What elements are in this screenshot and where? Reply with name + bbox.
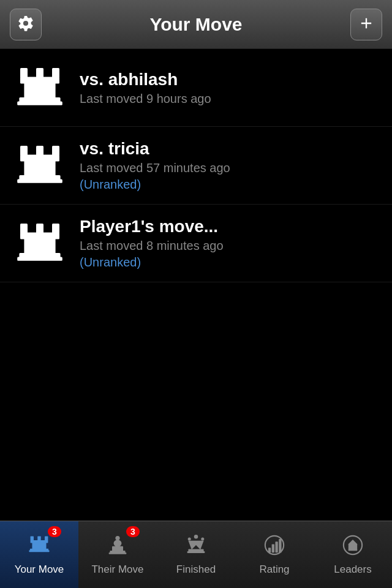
- game-subtitle-3: Last moved 8 minutes ago: [80, 239, 224, 253]
- svg-point-29: [114, 540, 122, 547]
- finished-label: Finished: [176, 564, 216, 576]
- svg-rect-17: [20, 232, 59, 239]
- leaders-label: Leaders: [334, 564, 371, 576]
- svg-point-35: [201, 537, 204, 540]
- svg-rect-6: [17, 101, 62, 105]
- rating-label: Rating: [259, 564, 289, 576]
- svg-rect-25: [32, 542, 46, 549]
- game-item-3[interactable]: Player1's move... Last moved 8 minutes a…: [0, 205, 392, 282]
- svg-rect-2: [52, 68, 59, 78]
- game-info-1: vs. abhilash Last moved 9 hours ago: [80, 70, 211, 106]
- rook-icon-3: [12, 216, 67, 271]
- svg-rect-23: [45, 536, 48, 540]
- game-subtitle-2: Last moved 57 minutes ago: [80, 161, 230, 175]
- game-item-2[interactable]: vs. tricia Last moved 57 minutes ago (Un…: [0, 127, 392, 205]
- tab-bar: 3 Your Move 3: [0, 521, 392, 588]
- svg-rect-0: [20, 68, 28, 78]
- game-item-1[interactable]: vs. abhilash Last moved 9 hours ago: [0, 49, 392, 127]
- game-unranked-2: (Unranked): [80, 178, 230, 192]
- gear-icon: [17, 15, 34, 34]
- their-move-icon: [107, 534, 129, 560]
- page-title: Your Move: [42, 14, 350, 35]
- svg-rect-15: [36, 224, 43, 233]
- svg-rect-40: [272, 544, 274, 552]
- svg-rect-37: [187, 551, 205, 553]
- svg-rect-14: [20, 224, 28, 233]
- tab-your-move[interactable]: 3 Your Move: [0, 521, 78, 588]
- tab-leaders[interactable]: Leaders: [314, 521, 392, 588]
- add-game-button[interactable]: [350, 9, 382, 40]
- finished-icon: [185, 534, 207, 560]
- tab-finished[interactable]: Finished: [157, 521, 235, 588]
- svg-rect-41: [275, 541, 277, 552]
- leaders-icon: [342, 534, 364, 560]
- svg-rect-30: [112, 546, 123, 551]
- rook-icon-2: [12, 138, 67, 193]
- your-move-badge: 3: [48, 526, 61, 537]
- your-move-icon: [28, 534, 50, 560]
- svg-rect-16: [52, 224, 59, 233]
- tab-their-move[interactable]: 3 Their Move: [78, 521, 157, 588]
- svg-rect-10: [20, 154, 59, 161]
- game-info-3: Player1's move... Last moved 8 minutes a…: [80, 217, 224, 270]
- plus-icon: [358, 15, 375, 34]
- game-title-1: vs. abhilash: [80, 70, 211, 89]
- svg-rect-18: [24, 238, 55, 254]
- game-list: vs. abhilash Last moved 9 hours ago vs. …: [0, 49, 392, 282]
- svg-rect-11: [24, 160, 55, 176]
- settings-button[interactable]: [10, 9, 42, 40]
- svg-rect-44: [349, 549, 357, 551]
- game-subtitle-1: Last moved 9 hours ago: [80, 92, 211, 106]
- svg-rect-27: [29, 550, 49, 552]
- game-title-2: vs. tricia: [80, 139, 230, 159]
- svg-rect-4: [24, 83, 55, 99]
- game-title-3: Player1's move...: [80, 217, 224, 236]
- their-move-label: Their Move: [91, 564, 143, 576]
- svg-point-28: [115, 535, 119, 540]
- app-header: Your Move: [0, 0, 392, 49]
- your-move-label: Your Move: [15, 564, 64, 576]
- svg-rect-1: [36, 68, 43, 78]
- svg-rect-8: [36, 146, 43, 156]
- svg-point-33: [194, 535, 198, 538]
- svg-rect-3: [20, 77, 59, 83]
- svg-rect-42: [279, 538, 281, 552]
- svg-rect-21: [31, 536, 34, 540]
- svg-rect-22: [37, 536, 40, 540]
- svg-point-34: [188, 537, 191, 540]
- svg-rect-32: [109, 552, 127, 554]
- svg-rect-20: [17, 257, 62, 260]
- svg-rect-7: [20, 146, 28, 156]
- rating-icon: [263, 534, 285, 560]
- svg-rect-39: [268, 548, 271, 552]
- svg-rect-13: [17, 179, 62, 183]
- rook-icon-1: [12, 60, 67, 115]
- svg-rect-9: [52, 146, 59, 156]
- their-move-badge: 3: [126, 526, 140, 537]
- game-info-2: vs. tricia Last moved 57 minutes ago (Un…: [80, 139, 230, 192]
- game-unranked-3: (Unranked): [80, 255, 224, 270]
- tab-rating[interactable]: Rating: [235, 521, 314, 588]
